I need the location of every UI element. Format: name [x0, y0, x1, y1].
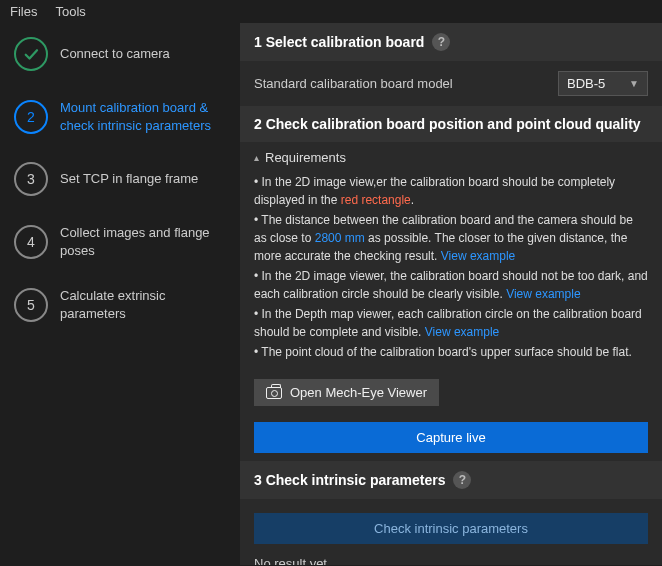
- req-text: • In the 2D image view,er the calibratio…: [254, 175, 615, 207]
- step-number-icon: 4: [14, 225, 48, 259]
- red-rectangle-link[interactable]: red rectangle: [341, 193, 411, 207]
- help-icon[interactable]: ?: [432, 33, 450, 51]
- section2-title: 2 Check calibration board position and p…: [254, 116, 641, 132]
- requirements-toggle[interactable]: ▴ Requirements: [240, 142, 662, 173]
- button-label: Open Mech-Eye Viewer: [290, 385, 427, 400]
- capture-live-button[interactable]: Capture live: [254, 422, 648, 453]
- select-value: BDB-5: [567, 76, 605, 91]
- sidebar: Connect to camera 2 Mount calibration bo…: [0, 23, 240, 565]
- chevron-down-icon: ▼: [629, 78, 639, 89]
- step-number-icon: 3: [14, 162, 48, 196]
- result-text: No result yet.: [240, 552, 662, 565]
- view-example-link[interactable]: View example: [441, 249, 515, 263]
- step-mount-board[interactable]: 2 Mount calibration board & check intrin…: [14, 99, 230, 134]
- step-label: Connect to camera: [60, 45, 170, 63]
- menu-tools[interactable]: Tools: [55, 4, 85, 19]
- camera-icon: [266, 387, 282, 399]
- check-icon: [14, 37, 48, 71]
- menu-files[interactable]: Files: [10, 4, 37, 19]
- main-panel: 1 Select calibration board ? Standard ca…: [240, 23, 662, 565]
- section1-title: 1 Select calibration board: [254, 34, 424, 50]
- section2-header: 2 Check calibration board position and p…: [240, 106, 662, 142]
- req-text: • In the 2D image viewer, the calibratio…: [254, 269, 648, 301]
- req-text: • The point cloud of the calibration boa…: [254, 343, 648, 361]
- help-icon[interactable]: ?: [453, 471, 471, 489]
- step-number-icon: 2: [14, 100, 48, 134]
- step-label: Calculate extrinsic parameters: [60, 287, 230, 322]
- section3-title: 3 Check intrinsic parameters: [254, 472, 445, 488]
- check-intrinsic-button[interactable]: Check intrinsic parameters: [254, 513, 648, 544]
- step-label: Collect images and flange poses: [60, 224, 230, 259]
- step-collect-images[interactable]: 4 Collect images and flange poses: [14, 224, 230, 259]
- view-example-link[interactable]: View example: [425, 325, 499, 339]
- distance-value: 2800 mm: [315, 231, 365, 245]
- view-example-link[interactable]: View example: [506, 287, 580, 301]
- board-model-label: Standard calibaration board model: [254, 76, 453, 91]
- step-connect-camera[interactable]: Connect to camera: [14, 37, 230, 71]
- step-set-tcp[interactable]: 3 Set TCP in flange frame: [14, 162, 230, 196]
- step-label: Set TCP in flange frame: [60, 170, 198, 188]
- chevron-up-icon: ▴: [254, 152, 259, 163]
- step-calc-extrinsic[interactable]: 5 Calculate extrinsic parameters: [14, 287, 230, 322]
- board-model-select[interactable]: BDB-5 ▼: [558, 71, 648, 96]
- section3-header: 3 Check intrinsic parameters ?: [240, 461, 662, 499]
- step-number-icon: 5: [14, 288, 48, 322]
- requirements-label: Requirements: [265, 150, 346, 165]
- step-label: Mount calibration board & check intrinsi…: [60, 99, 230, 134]
- requirements-body: • In the 2D image view,er the calibratio…: [240, 173, 662, 373]
- req-text: .: [411, 193, 414, 207]
- open-mech-eye-button[interactable]: Open Mech-Eye Viewer: [254, 379, 439, 406]
- section1-header: 1 Select calibration board ?: [240, 23, 662, 61]
